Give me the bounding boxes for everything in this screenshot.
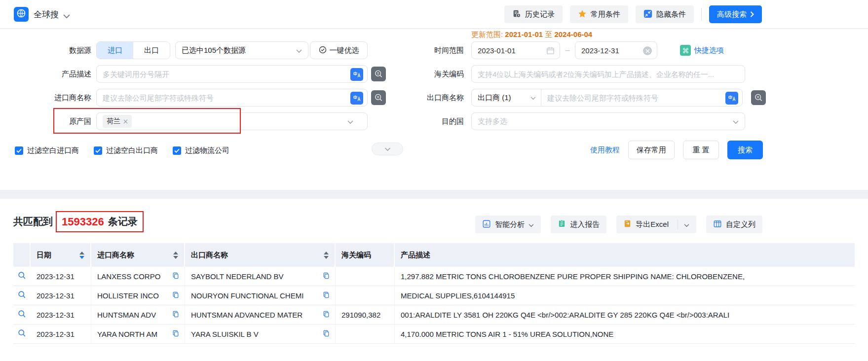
smart-analysis-button[interactable]: 智能分析 xyxy=(475,216,541,233)
copy-icon[interactable] xyxy=(322,310,330,320)
results-section: 共匹配到 1593326 条记录 智能分析 进入报告 xyxy=(0,199,868,361)
hide-conditions-button[interactable]: 隐藏条件 xyxy=(636,5,694,23)
date-end-field[interactable] xyxy=(575,41,657,59)
search-icon[interactable] xyxy=(18,329,26,339)
shortcut-icon xyxy=(680,45,691,56)
translate-icon[interactable] xyxy=(350,68,363,81)
exporter-input[interactable] xyxy=(541,89,742,106)
row-detail-cell[interactable] xyxy=(13,305,31,324)
cell-exporter[interactable]: SAYBOLT NEDERLAND BV xyxy=(185,267,336,286)
chevron-down-icon[interactable] xyxy=(63,12,70,21)
collapse-form-button[interactable] xyxy=(372,143,403,155)
history-button[interactable]: 历史记录 xyxy=(504,5,563,23)
dest-country-select[interactable]: 支持多选 xyxy=(471,112,745,130)
translate-icon[interactable] xyxy=(725,92,738,105)
topbar-actions: 历史记录 常用条件 隐藏条件 高级搜索 xyxy=(504,5,762,23)
hs-code-input[interactable] xyxy=(472,66,745,82)
sort-control[interactable] xyxy=(79,252,84,259)
tutorial-link[interactable]: 使用教程 xyxy=(590,145,620,155)
reset-button[interactable]: 重 置 xyxy=(683,141,719,159)
header-exporter[interactable]: 出口商名称 xyxy=(185,243,336,267)
cell-exporter[interactable]: YARA SLUISKIL B V xyxy=(185,325,336,343)
cell-hs-code xyxy=(336,267,395,286)
date-range-dash: – xyxy=(560,41,575,59)
favorites-button[interactable]: 常用条件 xyxy=(570,5,628,23)
exporter-type-select[interactable]: 出口商 (1) xyxy=(472,89,541,106)
cell-exporter[interactable]: NOURYON FUNCTIONAL CHEMI xyxy=(185,286,336,305)
sort-control[interactable] xyxy=(324,252,329,259)
cell-date: 2023-12-31 xyxy=(31,286,91,305)
importer-field[interactable] xyxy=(96,89,368,107)
row-detail-cell[interactable] xyxy=(13,325,31,343)
topbar: 全球搜 历史记录 常用条件 隐藏条件 xyxy=(0,0,868,29)
product-desc-field[interactable] xyxy=(96,65,368,83)
save-conditions-button[interactable]: 保存常用 xyxy=(628,141,675,159)
table-row: 2023-12-31 LANXESS CORPO SAYBOLT NEDERLA… xyxy=(13,267,855,286)
custom-columns-button[interactable]: 自定义列 xyxy=(706,216,762,233)
checkbox-checked-icon xyxy=(94,146,102,155)
search-button[interactable]: 搜索 xyxy=(727,141,763,159)
cell-importer[interactable]: YARA NORTH AM xyxy=(91,325,185,343)
importer-input[interactable] xyxy=(97,89,367,106)
product-desc-input[interactable] xyxy=(97,66,367,82)
translate-icon[interactable] xyxy=(350,92,363,105)
tab-import[interactable]: 进口 xyxy=(97,42,133,59)
calendar-icon[interactable] xyxy=(546,46,555,57)
date-start-field[interactable] xyxy=(471,41,560,59)
row-detail-cell[interactable] xyxy=(13,286,31,305)
exact-match-icon[interactable] xyxy=(371,67,386,81)
sort-control[interactable] xyxy=(173,252,178,259)
one-click-optimize-button[interactable]: 一键优选 xyxy=(310,41,368,59)
globe-icon xyxy=(16,8,26,20)
divider xyxy=(678,219,678,229)
tab-export[interactable]: 出口 xyxy=(133,42,170,59)
quick-options-link[interactable]: 快捷选项 xyxy=(680,41,724,59)
excel-icon xyxy=(623,219,632,229)
cell-date: 2023-12-31 xyxy=(31,325,91,343)
chevron-down-icon xyxy=(733,117,739,126)
cell-importer[interactable]: HOLLISTER INCO xyxy=(91,286,185,305)
copy-icon[interactable] xyxy=(322,272,330,281)
hs-code-field[interactable] xyxy=(471,65,745,83)
copy-icon[interactable] xyxy=(172,272,180,281)
chevron-down-icon xyxy=(528,220,534,229)
search-icon[interactable] xyxy=(18,290,26,300)
tag-close-icon[interactable] xyxy=(123,117,128,125)
cell-importer[interactable]: HUNTSMAN ADV xyxy=(91,305,185,324)
table-row: 2023-12-31 YARA NORTH AM YARA SLUISKIL B… xyxy=(13,325,855,344)
filter-blank-exporter[interactable]: 过滤空白出口商 xyxy=(94,146,158,155)
enter-report-button[interactable]: 进入报告 xyxy=(551,216,606,233)
copy-icon[interactable] xyxy=(322,329,330,339)
cell-importer[interactable]: LANXESS CORPO xyxy=(91,267,185,286)
search-icon[interactable] xyxy=(18,310,26,320)
match-count: 1593326 xyxy=(62,216,104,228)
filter-logistics[interactable]: 过滤物流公司 xyxy=(173,146,229,155)
cell-product: MEDICAL SUPPLIES,6104144915 xyxy=(395,286,855,305)
filter-blank-importer[interactable]: 过滤空白进口商 xyxy=(15,146,79,155)
report-icon xyxy=(558,219,566,229)
copy-icon[interactable] xyxy=(172,291,180,300)
export-excel-button[interactable]: 导出Excel xyxy=(616,216,696,233)
global-search-page: 全球搜 历史记录 常用条件 隐藏条件 xyxy=(0,0,868,361)
row-detail-cell[interactable] xyxy=(13,267,31,286)
exact-match-icon[interactable] xyxy=(371,90,386,105)
chevron-down-icon[interactable] xyxy=(684,220,689,229)
data-source-select[interactable]: 已选中105个数据源 xyxy=(175,41,308,59)
data-source-label: 数据源 xyxy=(12,41,91,59)
cell-date: 2023-12-31 xyxy=(31,305,91,324)
results-table: 日期 进口商名称 出口商名称 海关编码 产品描述 xyxy=(13,243,855,344)
importer-label: 进口商名称 xyxy=(12,89,91,107)
origin-country-select[interactable]: 荷兰 xyxy=(96,112,368,130)
search-icon[interactable] xyxy=(18,271,26,281)
copy-icon[interactable] xyxy=(322,291,330,300)
search-form: 更新范围: 2021-01-01 至 2024-06-04 数据源 进口 出口 … xyxy=(0,29,868,190)
exact-match-icon[interactable] xyxy=(751,90,766,105)
cell-exporter[interactable]: HUNTSMAN ADVANCED MATER xyxy=(185,305,336,324)
app-logo[interactable] xyxy=(14,7,29,22)
advanced-search-button[interactable]: 高级搜索 xyxy=(709,5,762,23)
copy-icon[interactable] xyxy=(172,329,180,339)
copy-icon[interactable] xyxy=(172,310,180,320)
clear-icon[interactable] xyxy=(643,46,652,55)
header-importer[interactable]: 进口商名称 xyxy=(91,243,185,267)
header-date[interactable]: 日期 xyxy=(31,243,91,267)
